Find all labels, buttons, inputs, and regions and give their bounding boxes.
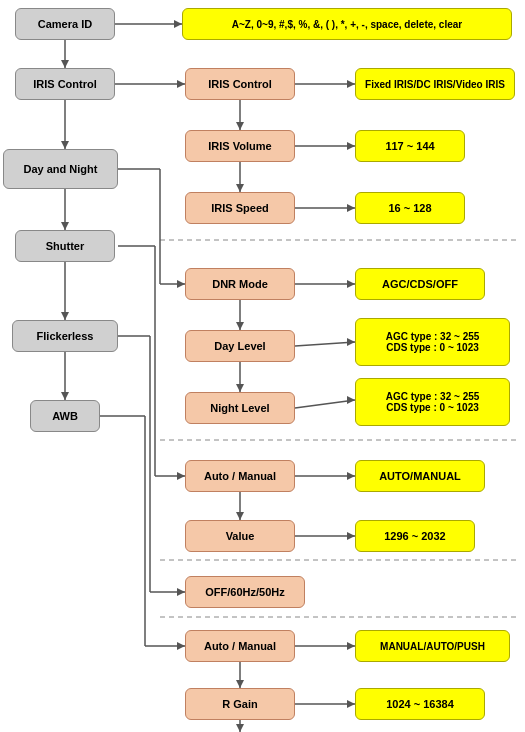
- svg-marker-63: [347, 642, 355, 650]
- auto-manual-2-label: Auto / Manual: [204, 640, 276, 652]
- svg-marker-30: [236, 322, 244, 330]
- iris-control-right-box: IRIS Control: [185, 68, 295, 100]
- r-gain-box: R Gain: [185, 688, 295, 720]
- val-auto-manual-2-box: MANUAL/AUTO/PUSH: [355, 630, 510, 662]
- diagram: Camera ID IRIS Control Day and Night Shu…: [0, 0, 525, 732]
- day-and-night-label: Day and Night: [24, 163, 98, 175]
- svg-marker-15: [236, 122, 244, 130]
- night-level-box: Night Level: [185, 392, 295, 424]
- svg-marker-49: [347, 532, 355, 540]
- iris-control-right-label: IRIS Control: [208, 78, 272, 90]
- svg-marker-67: [236, 724, 244, 732]
- val-iris-spd-label: 16 ~ 128: [388, 202, 431, 214]
- val-value-box: 1296 ~ 2032: [355, 520, 475, 552]
- val-iris-vol-box: 117 ~ 144: [355, 130, 465, 162]
- val-night-box: AGC type : 32 ~ 255 CDS type : 0 ~ 1023: [355, 378, 510, 426]
- iris-speed-label: IRIS Speed: [211, 202, 268, 214]
- val-iris-box: Fixed IRIS/DC IRIS/Video IRIS: [355, 68, 515, 100]
- svg-marker-36: [347, 338, 355, 346]
- day-level-box: Day Level: [185, 330, 295, 362]
- val-day-box: AGC type : 32 ~ 255 CDS type : 0 ~ 1023: [355, 318, 510, 366]
- flickerless-label: Flickerless: [37, 330, 94, 342]
- awb-box: AWB: [30, 400, 100, 432]
- auto-manual-1-label: Auto / Manual: [204, 470, 276, 482]
- off-60hz-box: OFF/60Hz/50Hz: [185, 576, 305, 608]
- dnr-mode-label: DNR Mode: [212, 278, 268, 290]
- svg-marker-32: [236, 384, 244, 392]
- dnr-mode-box: DNR Mode: [185, 268, 295, 300]
- val-value-label: 1296 ~ 2032: [384, 530, 445, 542]
- svg-marker-47: [347, 472, 355, 480]
- svg-line-37: [295, 400, 355, 408]
- svg-marker-17: [236, 184, 244, 192]
- val-camera-label: A~Z, 0~9, #,$, %, &, ( ), *, +, -, space…: [232, 19, 462, 30]
- val-camera-box: A~Z, 0~9, #,$, %, &, ( ), *, +, -, space…: [182, 8, 512, 40]
- r-gain-label: R Gain: [222, 698, 257, 710]
- svg-marker-43: [177, 472, 185, 480]
- svg-marker-61: [236, 680, 244, 688]
- svg-marker-65: [347, 700, 355, 708]
- iris-volume-box: IRIS Volume: [185, 130, 295, 162]
- value-label: Value: [226, 530, 255, 542]
- val-auto-manual-2-label: MANUAL/AUTO/PUSH: [380, 641, 485, 652]
- shutter-box: Shutter: [15, 230, 115, 262]
- night-level-label: Night Level: [210, 402, 269, 414]
- svg-marker-38: [347, 396, 355, 404]
- svg-marker-34: [347, 280, 355, 288]
- val-dnr-label: AGC/CDS/OFF: [382, 278, 458, 290]
- value-box: Value: [185, 520, 295, 552]
- svg-marker-54: [177, 588, 185, 596]
- shutter-label: Shutter: [46, 240, 85, 252]
- svg-marker-9: [61, 392, 69, 400]
- svg-marker-13: [177, 80, 185, 88]
- off-60hz-label: OFF/60Hz/50Hz: [205, 586, 284, 598]
- iris-speed-box: IRIS Speed: [185, 192, 295, 224]
- val-r-gain-label: 1024 ~ 16384: [386, 698, 454, 710]
- awb-label: AWB: [52, 410, 78, 422]
- camera-id-box: Camera ID: [15, 8, 115, 40]
- svg-marker-5: [61, 222, 69, 230]
- camera-id-label: Camera ID: [38, 18, 92, 30]
- val-night-label: AGC type : 32 ~ 255 CDS type : 0 ~ 1023: [386, 391, 480, 413]
- svg-line-35: [295, 342, 355, 346]
- svg-marker-59: [177, 642, 185, 650]
- auto-manual-2-box: Auto / Manual: [185, 630, 295, 662]
- val-iris-vol-label: 117 ~ 144: [385, 140, 434, 152]
- iris-control-left-box: IRIS Control: [15, 68, 115, 100]
- val-r-gain-box: 1024 ~ 16384: [355, 688, 485, 720]
- svg-marker-45: [236, 512, 244, 520]
- connector-lines: [0, 0, 525, 732]
- svg-marker-21: [347, 142, 355, 150]
- auto-manual-1-box: Auto / Manual: [185, 460, 295, 492]
- val-auto-manual-1-label: AUTO/MANUAL: [379, 470, 461, 482]
- svg-marker-11: [174, 20, 182, 28]
- svg-marker-23: [347, 204, 355, 212]
- svg-marker-7: [61, 312, 69, 320]
- svg-marker-19: [347, 80, 355, 88]
- val-iris-spd-box: 16 ~ 128: [355, 192, 465, 224]
- flickerless-box: Flickerless: [12, 320, 118, 352]
- val-dnr-box: AGC/CDS/OFF: [355, 268, 485, 300]
- day-and-night-box: Day and Night: [3, 149, 118, 189]
- iris-control-left-label: IRIS Control: [33, 78, 97, 90]
- val-day-label: AGC type : 32 ~ 255 CDS type : 0 ~ 1023: [386, 331, 480, 353]
- svg-marker-28: [177, 280, 185, 288]
- val-iris-label: Fixed IRIS/DC IRIS/Video IRIS: [365, 79, 505, 90]
- svg-marker-3: [61, 141, 69, 149]
- iris-volume-label: IRIS Volume: [208, 140, 271, 152]
- day-level-label: Day Level: [214, 340, 265, 352]
- val-auto-manual-1-box: AUTO/MANUAL: [355, 460, 485, 492]
- svg-marker-1: [61, 60, 69, 68]
